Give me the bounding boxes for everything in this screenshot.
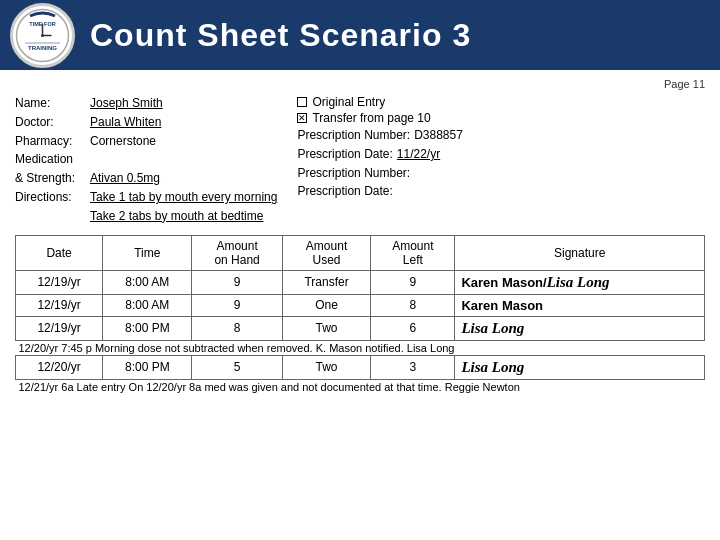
rx-date2-row: Prescription Date: [297,183,462,200]
cell-amount_used: Two [282,355,371,379]
medication-row: Medication [15,151,277,168]
strength-row: & Strength: Ativan 0.5mg [15,170,277,187]
main-content: Page 11 Name: Joseph Smith Doctor: Paula… [0,70,720,402]
svg-point-4 [41,34,44,37]
cell-date: 12/19/yr [16,294,103,316]
cell-time: 8:00 PM [103,355,192,379]
info-section: Name: Joseph Smith Doctor: Paula Whiten … [15,95,705,227]
cell-amount_used: One [282,294,371,316]
cell-signature: Lisa Long [455,355,705,379]
name-label: Name: [15,95,90,112]
col-amount-on-hand: Amounton Hand [192,235,282,270]
cell-amount_used: Two [282,316,371,340]
cell-amount_on_hand: 9 [192,270,282,294]
cell-amount_left: 6 [371,316,455,340]
rx-date-row: Prescription Date: 11/22/yr [297,146,462,163]
rx-date-label-text: Prescription Date: [297,146,392,163]
note-cell: 12/20/yr 7:45 p Morning dose not subtrac… [16,340,705,355]
cell-time: 8:00 AM [103,270,192,294]
strength-label: & Strength: [15,170,90,187]
directions-line1: Take 1 tab by mouth every morning [90,189,277,206]
col-time: Time [103,235,192,270]
directions-row: Directions: Take 1 tab by mouth every mo… [15,189,277,206]
cell-signature: Lisa Long [455,316,705,340]
strength-value: Ativan 0.5mg [90,170,160,187]
note-row: 12/21/yr 6a Late entry On 12/20/yr 8a me… [16,379,705,394]
note-cell: 12/21/yr 6a Late entry On 12/20/yr 8a me… [16,379,705,394]
cell-amount_left: 3 [371,355,455,379]
rx-number-value: D388857 [414,127,463,144]
cell-signature: Karen Mason [455,294,705,316]
pharmacy-row: Pharmacy: Cornerstone [15,133,277,150]
pharmacy-value: Cornerstone [90,133,156,150]
header: TIME FOR TRAINING Count Sheet Scenario 3 [0,0,720,70]
transfer-checkbox[interactable]: ✕ [297,113,307,123]
doctor-value: Paula Whiten [90,114,161,131]
cell-amount_on_hand: 5 [192,355,282,379]
cell-amount_used: Transfer [282,270,371,294]
cell-time: 8:00 AM [103,294,192,316]
patient-info-left: Name: Joseph Smith Doctor: Paula Whiten … [15,95,277,227]
transfer-row: ✕ Transfer from page 10 [297,111,462,125]
directions-label: Directions: [15,189,90,206]
clock-icon: TIME FOR TRAINING [10,3,75,68]
cell-date: 12/19/yr [16,316,103,340]
col-amount-used: AmountUsed [282,235,371,270]
note-row: 12/20/yr 7:45 p Morning dose not subtrac… [16,340,705,355]
table-row: 12/20/yr8:00 PM5Two3Lisa Long [16,355,705,379]
pharmacy-label: Pharmacy: [15,133,90,150]
cell-amount_on_hand: 8 [192,316,282,340]
directions-row2: Take 2 tabs by mouth at bedtime [15,208,277,225]
medication-table: Date Time Amounton Hand AmountUsed Amoun… [15,235,705,394]
rx-date-value: 11/22/yr [397,146,440,163]
col-date: Date [16,235,103,270]
cell-time: 8:00 PM [103,316,192,340]
rx-number2-label: Prescription Number: [297,165,410,182]
rx-date2-label: Prescription Date: [297,183,392,200]
name-row: Name: Joseph Smith [15,95,277,112]
doctor-row: Doctor: Paula Whiten [15,114,277,131]
directions-line2: Take 2 tabs by mouth at bedtime [90,208,263,225]
transfer-label: Transfer from page 10 [312,111,430,125]
rx-number-row: Prescription Number: D388857 [297,127,462,144]
table-row: 12/19/yr8:00 AM9Transfer9Karen Mason/Lis… [16,270,705,294]
cell-amount_on_hand: 9 [192,294,282,316]
cell-amount_left: 9 [371,270,455,294]
table-row: 12/19/yr8:00 AM9One8Karen Mason [16,294,705,316]
patient-info-right: Original Entry ✕ Transfer from page 10 P… [297,95,462,227]
original-entry-row: Original Entry [297,95,462,109]
page-title: Count Sheet Scenario 3 [90,17,471,54]
cell-signature: Karen Mason/Lisa Long [455,270,705,294]
rx-number2-row: Prescription Number: [297,165,462,182]
cell-date: 12/19/yr [16,270,103,294]
col-amount-left: AmountLeft [371,235,455,270]
original-entry-checkbox[interactable] [297,97,307,107]
cell-amount_left: 8 [371,294,455,316]
directions-spacer [15,208,90,225]
doctor-label: Doctor: [15,114,90,131]
table-row: 12/19/yr8:00 PM8Two6Lisa Long [16,316,705,340]
page-number: Page 11 [15,78,705,90]
cell-date: 12/20/yr [16,355,103,379]
name-value: Joseph Smith [90,95,163,112]
original-entry-label: Original Entry [312,95,385,109]
rx-number-label-text: Prescription Number: [297,127,410,144]
medication-label: Medication [15,151,90,168]
svg-text:TRAINING: TRAINING [28,45,57,51]
col-signature: Signature [455,235,705,270]
table-header-row: Date Time Amounton Hand AmountUsed Amoun… [16,235,705,270]
